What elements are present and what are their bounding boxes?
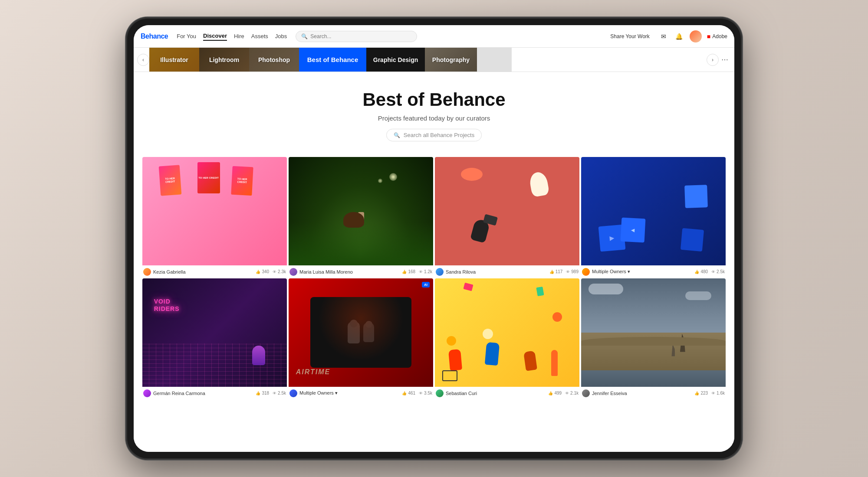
author-name: Kezia Gabriella: [153, 269, 186, 274]
like-icon: 👍: [548, 391, 553, 395]
views-icon: 👁: [273, 391, 276, 395]
nav-discover[interactable]: Discover: [203, 32, 227, 41]
project-author: Germán Reina Carmona: [143, 389, 205, 397]
likes-count: 461: [408, 391, 415, 395]
device-wrapper: Behance For You Discover Hire Assets Job…: [126, 17, 742, 460]
share-work-button[interactable]: Share Your Work: [610, 33, 650, 39]
avatar[interactable]: [690, 30, 702, 42]
search-input[interactable]: [310, 33, 411, 39]
nav-for-you[interactable]: For You: [177, 32, 196, 40]
project-author: Sandra Rilova: [436, 268, 476, 276]
project-info: Sandra Rilova 👍 117 👁 989: [435, 265, 579, 277]
category-best-of-label: Best of Behance: [307, 56, 358, 63]
views-stat: 👁 1.2k: [419, 269, 432, 274]
navbar: Behance For You Discover Hire Assets Job…: [134, 25, 734, 48]
adobe-menu[interactable]: ■ Adobe: [707, 33, 727, 40]
search-icon: 🔍: [301, 33, 308, 39]
views-stat: 👁 1.6k: [711, 391, 725, 395]
project-info: Maria Luisa Milla Moreno 👍 168 👁 1.2k: [289, 265, 433, 277]
messages-icon[interactable]: ✉: [658, 31, 669, 42]
project-info: Germán Reina Carmona 👍 318 👁 2.5k: [142, 387, 287, 398]
project-card[interactable]: AI: [289, 278, 433, 398]
project-author: Sebastian Curi: [436, 389, 477, 397]
project-author: Maria Luisa Milla Moreno: [289, 268, 353, 276]
search-bar[interactable]: 🔍: [296, 31, 417, 42]
adobe-icon: ■: [707, 33, 710, 40]
project-card[interactable]: Sandra Rilova 👍 117 👁 989: [435, 157, 579, 277]
likes-count: 117: [556, 269, 563, 274]
category-illustrator[interactable]: Illustrator: [149, 48, 199, 72]
project-card[interactable]: VOIDRIDERS Germán Reina Carmona: [142, 278, 287, 398]
author-name: Multiple Owners ▾: [299, 390, 338, 396]
views-count: 1.2k: [424, 269, 432, 274]
author-name: Sandra Rilova: [446, 269, 476, 274]
like-icon: 👍: [549, 270, 554, 274]
views-count: 2.5k: [717, 269, 725, 274]
project-card[interactable]: Sebastian Curi 👍 499 👁 2.1k: [435, 278, 579, 398]
views-stat: 👁 989: [566, 269, 579, 274]
author-name: Jennifer Esseiva: [592, 391, 627, 396]
author-avatar: [582, 268, 590, 276]
likes-stat: 👍 223: [694, 391, 708, 395]
views-stat: 👁 2.1k: [565, 391, 579, 395]
category-photography-label: Photography: [432, 56, 470, 63]
views-count: 989: [571, 269, 579, 274]
nav-right: Share Your Work ✉ 🔔 ■ Adobe: [610, 30, 727, 42]
device-screen: Behance For You Discover Hire Assets Job…: [134, 25, 734, 452]
nav-hire[interactable]: Hire: [234, 32, 244, 40]
category-bar: ‹ Illustrator Lightroom Photoshop: [134, 48, 734, 72]
project-info: Jennifer Esseiva 👍 223 👁 1.6k: [581, 387, 726, 398]
hero-subtitle: Projects featured today by our curators: [142, 114, 726, 122]
hero-search-bar[interactable]: 🔍 Search all Behance Projects: [386, 129, 482, 141]
views-icon: 👁: [419, 391, 423, 395]
likes-count: 223: [700, 391, 708, 395]
views-icon: 👁: [711, 270, 715, 274]
likes-stat: 👍 340: [256, 269, 269, 274]
views-icon: 👁: [711, 391, 715, 395]
project-info: Multiple Owners ▾ 👍 480 👁 2.5k: [581, 265, 726, 277]
project-stats: 👍 223 👁 1.6k: [694, 391, 725, 395]
category-extra[interactable]: [477, 48, 512, 72]
nav-jobs[interactable]: Jobs: [275, 32, 287, 40]
views-count: 2.5k: [278, 391, 286, 395]
views-count: 3.5k: [424, 391, 432, 395]
author-name: Maria Luisa Milla Moreno: [299, 269, 353, 274]
category-best-of[interactable]: Best of Behance: [299, 48, 366, 72]
project-card[interactable]: TO HER CREDIT TO HER CREDIT TO HER CREDI…: [142, 157, 287, 277]
project-info: Sebastian Curi 👍 499 👁 2.1k: [435, 387, 579, 398]
author-name: Germán Reina Carmona: [153, 391, 205, 396]
hero-section: Best of Behance Projects featured today …: [134, 72, 734, 150]
project-stats: 👍 461 👁 3.5k: [402, 391, 432, 395]
like-icon: 👍: [402, 270, 407, 274]
category-more-button[interactable]: ⋯: [719, 54, 731, 66]
author-avatar: [289, 389, 297, 397]
category-next-button[interactable]: ›: [707, 54, 719, 66]
likes-stat: 👍 499: [548, 391, 562, 395]
project-card[interactable]: Jennifer Esseiva 👍 223 👁 1.6k: [581, 278, 726, 398]
likes-stat: 👍 480: [694, 269, 708, 274]
logo[interactable]: Behance: [141, 33, 168, 40]
like-icon: 👍: [694, 270, 699, 274]
category-graphic-design-label: Graphic Design: [373, 56, 418, 63]
hero-search-text: Search all Behance Projects: [404, 132, 474, 138]
project-author: Jennifer Esseiva: [582, 389, 627, 397]
project-card[interactable]: ▶ ◀ M: [581, 157, 726, 277]
author-avatar: [289, 268, 297, 276]
category-photography[interactable]: Photography: [425, 48, 477, 72]
likes-count: 499: [554, 391, 562, 395]
notifications-icon[interactable]: 🔔: [674, 31, 684, 42]
nav-assets[interactable]: Assets: [251, 32, 268, 40]
author-avatar: [143, 389, 151, 397]
author-avatar: [436, 268, 444, 276]
views-stat: 👁 2.5k: [711, 269, 725, 274]
project-card[interactable]: Maria Luisa Milla Moreno 👍 168 👁 1.2k: [289, 157, 433, 277]
author-name: Sebastian Curi: [446, 391, 477, 396]
category-lightroom[interactable]: Lightroom: [199, 48, 249, 72]
likes-stat: 👍 318: [256, 391, 269, 395]
project-author: Kezia Gabriella: [143, 268, 186, 276]
category-photoshop[interactable]: Photoshop: [249, 48, 299, 72]
category-graphic-design[interactable]: Graphic Design: [366, 48, 425, 72]
category-prev-button[interactable]: ‹: [137, 54, 149, 66]
views-count: 2.1k: [570, 391, 579, 395]
views-icon: 👁: [565, 391, 569, 395]
